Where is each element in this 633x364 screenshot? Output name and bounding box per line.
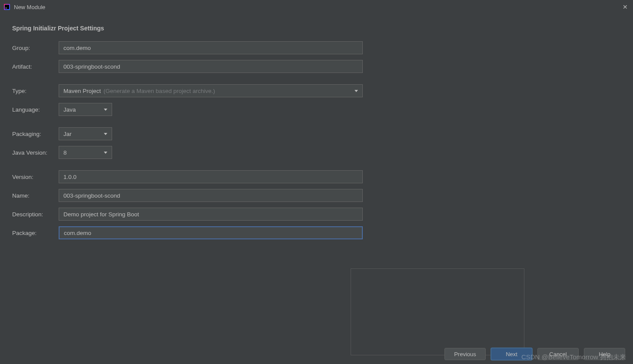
- version-input[interactable]: [59, 170, 363, 183]
- popup-panel: [351, 268, 524, 355]
- type-value: Maven Project: [63, 88, 101, 94]
- label-language: Language:: [12, 106, 59, 113]
- row-version: Version:: [12, 170, 621, 183]
- group-input[interactable]: [59, 41, 363, 54]
- label-version: Version:: [12, 174, 59, 180]
- titlebar: New Module ✕: [0, 0, 633, 14]
- row-group: Group:: [12, 41, 621, 54]
- language-select[interactable]: Java: [59, 103, 112, 116]
- chevron-down-icon: [104, 152, 107, 154]
- dialog-content: Spring Initializr Project Settings Group…: [0, 14, 633, 256]
- row-language: Language: Java: [12, 103, 621, 116]
- package-input[interactable]: [59, 226, 363, 239]
- language-value: Java: [63, 106, 76, 113]
- name-input[interactable]: [59, 189, 363, 202]
- close-icon[interactable]: ✕: [621, 3, 630, 11]
- label-name: Name:: [12, 192, 59, 199]
- label-package: Package:: [12, 230, 59, 236]
- type-select[interactable]: Maven Project (Generate a Maven based pr…: [59, 84, 363, 97]
- row-description: Description:: [12, 208, 621, 221]
- row-java-version: Java Version: 8: [12, 146, 621, 159]
- cancel-button[interactable]: Cancel: [537, 348, 579, 360]
- row-packaging: Packaging: Jar: [12, 127, 621, 140]
- label-java-version: Java Version:: [12, 149, 59, 156]
- type-hint: (Generate a Maven based project archive.…: [103, 88, 215, 94]
- packaging-select[interactable]: Jar: [59, 127, 112, 140]
- row-type: Type: Maven Project (Generate a Maven ba…: [12, 84, 621, 97]
- label-type: Type:: [12, 88, 59, 94]
- label-artifact: Artifact:: [12, 63, 59, 70]
- chevron-down-icon: [104, 133, 107, 135]
- help-button[interactable]: Help: [584, 348, 625, 360]
- row-name: Name:: [12, 189, 621, 202]
- svg-rect-3: [5, 8, 7, 8]
- window-title: New Module: [14, 4, 621, 10]
- java-version-value: 8: [63, 149, 67, 156]
- page-title: Spring Initializr Project Settings: [12, 25, 621, 32]
- next-button[interactable]: Next: [491, 348, 532, 360]
- label-group: Group:: [12, 45, 59, 51]
- previous-button[interactable]: Previous: [444, 348, 486, 360]
- svg-rect-2: [5, 5, 9, 9]
- label-packaging: Packaging:: [12, 131, 59, 137]
- java-version-select[interactable]: 8: [59, 146, 112, 159]
- label-description: Description:: [12, 211, 59, 218]
- artifact-input[interactable]: [59, 60, 363, 73]
- button-bar: Previous Next Cancel Help: [0, 344, 633, 364]
- description-input[interactable]: [59, 208, 363, 221]
- app-icon: [3, 3, 10, 10]
- chevron-down-icon: [355, 90, 358, 92]
- chevron-down-icon: [104, 109, 107, 111]
- row-package: Package:: [12, 226, 621, 239]
- row-artifact: Artifact:: [12, 60, 621, 73]
- packaging-value: Jar: [63, 131, 72, 137]
